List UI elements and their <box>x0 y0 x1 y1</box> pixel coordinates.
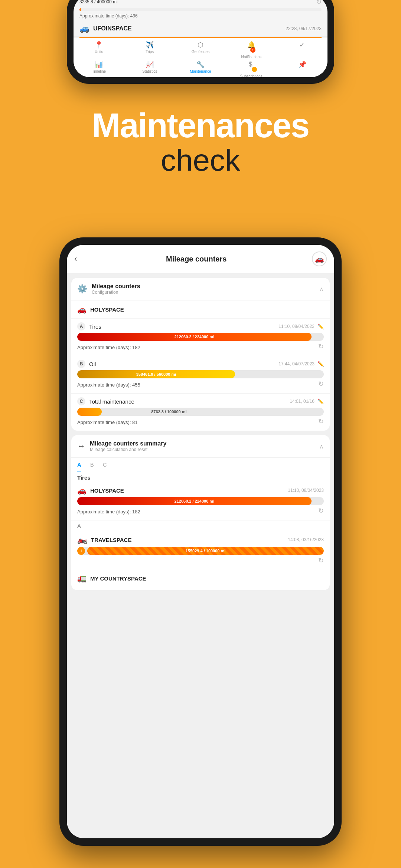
holyspace-progress-text: 212060.2 / 224000 mi <box>175 499 215 503</box>
bottom-phone: ‹ Mileage counters 🚗 ⚙️ Mileage counters… <box>59 237 342 846</box>
oil-approx: Approximate time (days): 455 <box>77 382 140 388</box>
travelspace-icon: 🏍️ <box>77 535 87 545</box>
nav-timeline[interactable]: 📊 Timeline <box>74 60 124 77</box>
holyspace-fill: 212060.2 / 224000 mi <box>77 497 312 505</box>
tab-c[interactable]: C <box>103 461 107 471</box>
headline-section: Maintenances check <box>0 108 401 177</box>
vehicle-date-top: 22:28, 09/17/2023 <box>286 26 322 31</box>
travelspace-track: i 155029.4 / 100000 mi <box>77 547 324 555</box>
section1-vehicle-row: 🚗 HOLYSPACE <box>71 300 330 319</box>
vehicle-row-top: 🚙 UFOINSPACE 22:28, 09/17/2023 <box>74 21 327 37</box>
countryspace-header: 🚛 MY COUNTRYSPACE <box>77 574 324 583</box>
nav-geofences[interactable]: ⬡ Geofences <box>175 41 226 59</box>
nav-units[interactable]: 📍 Units <box>74 41 124 59</box>
travelspace-approx-row: ↻ <box>77 556 324 565</box>
total-edit-icon[interactable]: ✏️ <box>317 398 324 404</box>
holyspace-name: HOLYSPACE <box>90 306 124 313</box>
maintenance-label: Maintenance <box>190 69 211 73</box>
screen-title: Mileage counters <box>81 255 312 263</box>
section1-header: ⚙️ Mileage counters Configuration ∧ <box>71 278 330 300</box>
oil-edit-icon[interactable]: ✏️ <box>317 361 324 367</box>
statistics-icon: 📈 <box>146 60 154 69</box>
top-progress-fill <box>79 8 81 11</box>
tab-a[interactable]: A <box>77 461 81 471</box>
nav-check[interactable]: ✓ <box>277 41 327 59</box>
travelspace-date: 14:08, 03/16/2023 <box>288 537 324 542</box>
total-refresh[interactable]: ↻ <box>318 417 324 425</box>
geofences-label: Geofences <box>192 50 209 54</box>
bottom-phone-header: ‹ Mileage counters 🚗 <box>67 245 334 273</box>
headline-main: Maintenances <box>0 108 401 144</box>
travelspace-progress-text: 155029.4 / 100000 mi <box>186 549 226 553</box>
travelspace-fill: 155029.4 / 100000 mi <box>87 547 324 555</box>
holyspace-approx: Approximate time (days): 182 <box>77 509 140 514</box>
check-icon: ✓ <box>299 41 305 49</box>
nav-statistics[interactable]: 📈 Statistics <box>124 60 175 77</box>
letter-a-badge: A <box>77 322 85 331</box>
item-tires: A Tires 11:10, 08/04/2023 ✏️ 212060.2 / … <box>71 319 330 356</box>
nav-row-2: 📊 Timeline 📈 Statistics 🔧 Maintenance $ <box>74 60 327 77</box>
total-approx-row: Approximate time (days): 81 ↻ <box>77 417 324 425</box>
notifications-label: Notifications <box>241 55 261 59</box>
summary-card: ↔️ Mileage counters summary Mileage calc… <box>71 435 330 590</box>
travelspace-header: 🏍️ TRAVELSPACE 14:08, 03/16/2023 <box>77 535 324 545</box>
item-oil: B Oil 17:44, 04/07/2023 ✏️ 358461.9 / 56… <box>71 356 330 394</box>
pin-icon: 📌 <box>298 60 306 69</box>
tires-track: 212060.2 / 224000 mi <box>77 333 324 341</box>
total-header: C Total maintenance 14:01, 01/16 ✏️ <box>77 397 324 405</box>
tires-approx: Approximate time (days): 182 <box>77 345 140 350</box>
top-phone-screen: 3235.8 / 400000 mi ↻ Approximate time (d… <box>74 0 327 77</box>
section2-chevron[interactable]: ∧ <box>319 443 324 450</box>
units-icon: 📍 <box>95 41 103 49</box>
holyspace-progress: 212060.2 / 224000 mi <box>77 497 324 505</box>
total-label: Total maintenance <box>89 398 134 405</box>
bottom-phone-screen: ‹ Mileage counters 🚗 ⚙️ Mileage counters… <box>67 245 334 838</box>
bottom-phone-content[interactable]: ⚙️ Mileage counters Configuration ∧ 🚗 HO… <box>67 273 334 838</box>
tires-refresh[interactable]: ↻ <box>318 342 324 351</box>
tabs-row: A B C <box>71 458 330 471</box>
total-date: 14:01, 01/16 <box>290 399 314 404</box>
oil-progress: 358461.9 / 560000 mi <box>77 370 324 378</box>
timeline-label: Timeline <box>92 69 106 73</box>
section1-chevron[interactable]: ∧ <box>319 286 324 293</box>
car-avatar: 🚗 <box>312 251 327 266</box>
tires-fill: 212060.2 / 224000 mi <box>77 333 312 341</box>
config-icon: ⚙️ <box>77 284 87 294</box>
vehicle-name-top: UFOINSPACE <box>93 25 132 32</box>
back-button[interactable]: ‹ <box>74 254 77 264</box>
summary-holyspace: 🚗 HOLYSPACE 11:10, 08/04/2023 212060.2 /… <box>71 482 330 520</box>
letter-b-badge: B <box>77 360 85 368</box>
summary-icon: ↔️ <box>77 441 85 451</box>
holyspace-summary-name: HOLYSPACE <box>90 487 124 494</box>
tires-progress: 212060.2 / 224000 mi <box>77 333 324 341</box>
tab-b[interactable]: B <box>90 461 94 471</box>
section2-header-text: Mileage counters summary Mileage calcula… <box>90 440 166 452</box>
nav-maintenance[interactable]: 🔧 Maintenance <box>175 60 226 77</box>
nav-notifications[interactable]: 🔔 1 Notifications <box>226 41 277 59</box>
subscriptions-icon: $ <box>249 60 252 68</box>
headline-sub: check <box>0 144 401 177</box>
tires-progress-text: 212060.2 / 224000 mi <box>175 335 215 339</box>
tires-header: A Tires 11:10, 08/04/2023 ✏️ <box>77 322 324 331</box>
maintenance-icon: 🔧 <box>196 60 205 69</box>
holyspace-refresh[interactable]: ↻ <box>318 507 324 515</box>
notification-badge: 1 <box>250 47 255 53</box>
units-label: Units <box>95 50 103 54</box>
top-progress-bar <box>79 8 322 11</box>
oil-refresh[interactable]: ↻ <box>318 380 324 388</box>
info-circle: i <box>77 547 85 555</box>
nav-trips[interactable]: ✈️ Trips <box>124 41 175 59</box>
nav-subscriptions[interactable]: $ Subscriptions <box>226 60 277 77</box>
tires-approx-row: Approximate time (days): 182 ↻ <box>77 342 324 351</box>
countryspace-name: MY COUNTRYSPACE <box>90 575 146 582</box>
refresh-icon[interactable]: ↻ <box>316 0 322 6</box>
travelspace-name: TRAVELSPACE <box>91 537 131 543</box>
summary-travelspace: 🏍️ TRAVELSPACE 14:08, 03/16/2023 i 15502… <box>71 531 330 570</box>
oil-approx-row: Approximate time (days): 455 ↻ <box>77 380 324 388</box>
nav-pin[interactable]: 📌 <box>277 60 327 77</box>
tires-edit-icon[interactable]: ✏️ <box>317 323 324 329</box>
section2-title: Mileage counters summary <box>90 440 166 447</box>
section1-header-text: Mileage counters Configuration <box>92 283 140 295</box>
oil-label: Oil <box>89 361 96 367</box>
travelspace-refresh[interactable]: ↻ <box>318 556 324 565</box>
